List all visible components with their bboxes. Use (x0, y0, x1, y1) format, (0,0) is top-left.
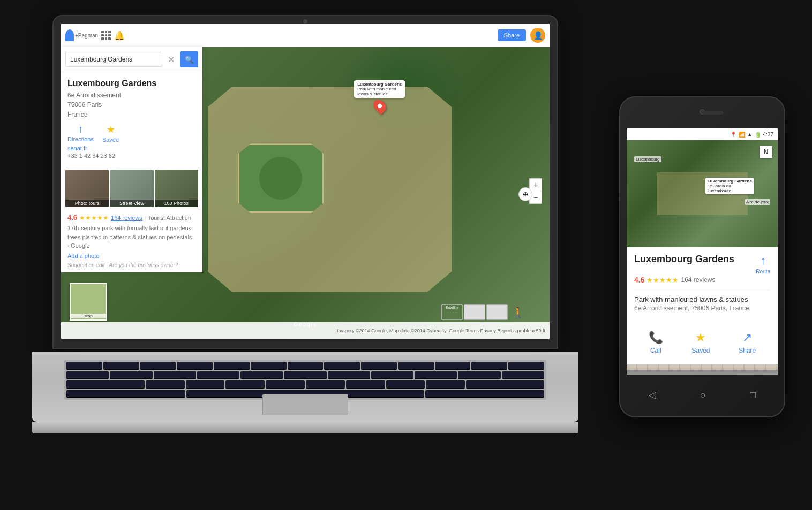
directions-icon: ↑ (78, 124, 83, 135)
photo-thumb-100[interactable]: 100 Photos (155, 170, 198, 207)
phone-actions: 📞 Call ★ Saved ↗ Share (627, 326, 778, 359)
map-pin[interactable]: Luxembourg Gardens Park with manicured l… (354, 80, 405, 113)
rating-row: 4.6 ★★★★★ 164 reviews · Tourist Attracti… (67, 214, 196, 222)
map-topbar: +Pegman 🔔 Share 👤 (61, 24, 550, 47)
laptop-keyboard-body (32, 352, 578, 422)
satellite-btn[interactable]: Satellite (441, 304, 463, 320)
add-photo-bar[interactable]: 📷 Add a photo (627, 363, 778, 364)
place-address: 6e Arrondissement 75006 Paris France (67, 90, 196, 119)
laptop-screen: Luxembourg Gardens Park with manicured l… (61, 24, 550, 339)
zoom-in-button[interactable]: + (529, 178, 542, 191)
phone-map-bubble: Luxembourg Gardens Le Jardin du Luxembou… (705, 178, 754, 194)
place-phone: +33 1 42 34 23 62 (67, 153, 196, 159)
map-copyright: Imagery ©2014 Google, Map data ©2014 Cyb… (337, 328, 545, 333)
photo-strip: Photo tours Street View 100 Photos (61, 165, 202, 211)
search-bar: ✕ 🔍 (61, 47, 202, 72)
laptop-screen-outer: Luxembourg Gardens Park with manicured l… (54, 16, 557, 348)
phone-area-label-2: Aire de jeux (745, 199, 770, 205)
street-view-person[interactable]: 🚶 (512, 306, 525, 319)
back-button[interactable]: ◁ (649, 389, 656, 401)
key-row-3 (66, 380, 544, 389)
rating-score: 4.6 (67, 214, 77, 222)
sv-building (627, 364, 778, 370)
scene: Luxembourg Gardens Park with manicured l… (0, 0, 812, 510)
phone-rating-row: 4.6 ★★★★★ 164 reviews (634, 276, 770, 284)
saved-icon: ★ (107, 124, 115, 135)
search-close-icon[interactable]: ✕ (166, 54, 177, 66)
status-battery-icon: 🔋 (755, 132, 761, 138)
photo-thumb-tours[interactable]: Photo tours (65, 170, 109, 207)
phone-street-view[interactable]: Street View 📷 Add a photo (627, 363, 778, 375)
laptop-base (32, 422, 578, 433)
sv-road (627, 370, 778, 375)
phone-map[interactable]: Luxembourg Gardens Le Jardin du Luxembou… (627, 140, 778, 247)
terrain-btn[interactable] (486, 304, 508, 320)
search-input[interactable] (65, 52, 162, 67)
share-action[interactable]: ↗ Share (739, 331, 756, 354)
photo-tours-label: Photo tours (65, 200, 109, 207)
route-label: Route (756, 269, 770, 275)
topbar-right: Share 👤 (498, 28, 545, 43)
phone-screen: 📍 📶 ▲ 🔋 4:37 Luxembourg Garde (627, 128, 778, 375)
review-count[interactable]: 164 reviews (111, 215, 142, 221)
labels-btn[interactable] (464, 304, 485, 320)
map-pin-bubble: Luxembourg Gardens Park with manicured l… (354, 80, 405, 98)
user-avatar[interactable]: 👤 (530, 28, 545, 43)
saved-star-icon: ★ (695, 331, 706, 345)
photo-thumb-streetview[interactable]: Street View (110, 170, 153, 207)
phone-nav-bar: ◁ ○ □ (627, 383, 778, 407)
suggest-edit-link[interactable]: Suggest an edit (67, 262, 105, 268)
phone-place-name: Luxembourg Gardens (634, 254, 734, 265)
status-signal-icon: ▲ (747, 132, 753, 138)
mini-map-label: Map (71, 314, 106, 318)
status-wifi-icon: 📶 (739, 132, 745, 138)
pegman-icon (65, 29, 74, 41)
category-label: · Tourist Attraction (145, 215, 191, 221)
call-icon: 📞 (649, 331, 663, 345)
route-button[interactable]: ↑ Route (756, 254, 770, 275)
laptop-camera (303, 19, 307, 24)
place-actions: ↑ Directions ★ Saved (67, 124, 196, 143)
home-button[interactable]: ○ (700, 390, 706, 401)
share-button[interactable]: Share (498, 29, 526, 41)
add-photo-link[interactable]: Add a photo (67, 253, 196, 259)
directions-label: Directions (67, 136, 94, 142)
place-panel: ✕ 🔍 Luxembourg Gardens 6e Arrondissement… (61, 47, 202, 272)
map-type-buttons: Satellite (441, 304, 508, 320)
map-zoom-controls: ⊕ + − (529, 175, 542, 204)
suggest-edit: Suggest an edit · Are you the business o… (67, 262, 196, 268)
saved-action[interactable]: ★ Saved (691, 331, 710, 354)
key-row-2 (66, 371, 544, 379)
saved-button[interactable]: ★ Saved (102, 124, 119, 143)
business-owner-link[interactable]: Are you the business owner? (109, 262, 178, 268)
call-action[interactable]: 📞 Call (649, 331, 663, 354)
phone-place-desc: Park with manicured lawns & statues (634, 295, 770, 303)
phone-stars: ★★★★★ (646, 276, 679, 284)
place-description: 17th-century park with formally laid out… (67, 224, 196, 250)
photos-100-label: 100 Photos (155, 200, 198, 207)
mini-map[interactable]: Map (70, 283, 107, 321)
phone-speaker (702, 111, 724, 115)
search-icon: 🔍 (185, 56, 194, 64)
touchpad[interactable] (262, 394, 348, 415)
route-icon: ↑ (760, 254, 766, 268)
directions-button[interactable]: ↑ Directions (67, 124, 94, 143)
share-action-label: Share (739, 347, 756, 354)
key-row-1 (66, 362, 544, 370)
phone-place-info: Luxembourg Gardens ↑ Route 4.6 ★★★★★ 164… (627, 247, 778, 316)
rating-section: 4.6 ★★★★★ 164 reviews · Tourist Attracti… (61, 211, 202, 272)
place-info: Luxembourg Gardens 6e Arrondissement 750… (61, 72, 202, 165)
pegman-button[interactable]: +Pegman (65, 29, 98, 41)
phone: 📍 📶 ▲ 🔋 4:37 Luxembourg Garde (619, 96, 785, 417)
laptop: Luxembourg Gardens Park with manicured l… (32, 16, 578, 433)
search-button[interactable]: 🔍 (180, 51, 198, 67)
apps-grid-icon[interactable] (101, 31, 111, 40)
map-bottom-bar: Imagery ©2014 Google, Map data ©2014 Cyb… (61, 322, 550, 339)
pegman-label: +Pegman (75, 33, 98, 39)
phone-map-compass[interactable]: N (760, 146, 772, 158)
place-website-link[interactable]: senat.fr (67, 145, 196, 151)
garden-center-oval (238, 143, 324, 213)
phone-divider-1 (634, 290, 770, 290)
recent-apps-button[interactable]: □ (750, 390, 756, 401)
notifications-icon[interactable]: 🔔 (114, 31, 125, 41)
